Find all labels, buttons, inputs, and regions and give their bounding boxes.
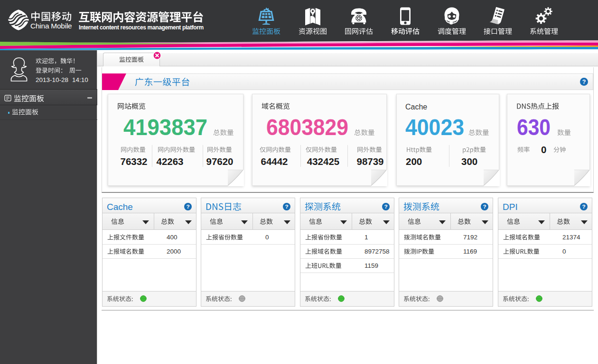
svg-text:2013-10-28: 2013-10-28 bbox=[36, 76, 68, 83]
svg-text:1159: 1159 bbox=[364, 262, 378, 269]
svg-text:2000: 2000 bbox=[167, 248, 181, 255]
svg-text:40023: 40023 bbox=[405, 114, 464, 140]
svg-text:14:10: 14:10 bbox=[72, 76, 88, 83]
svg-text:400: 400 bbox=[167, 234, 178, 241]
svg-text:Internet content resources man: Internet content resources management pl… bbox=[79, 24, 204, 31]
svg-text:8972758: 8972758 bbox=[364, 248, 390, 255]
svg-text:630: 630 bbox=[517, 114, 551, 140]
svg-text:?: ? bbox=[582, 78, 586, 85]
svg-text:0: 0 bbox=[562, 248, 566, 255]
svg-text:1169: 1169 bbox=[463, 248, 477, 255]
svg-text:DPI: DPI bbox=[503, 202, 518, 212]
svg-text:1: 1 bbox=[364, 234, 368, 241]
svg-text:200: 200 bbox=[406, 156, 422, 167]
svg-text:?: ? bbox=[384, 203, 387, 210]
svg-text:21374: 21374 bbox=[562, 234, 580, 241]
svg-text:6803829: 6803829 bbox=[266, 114, 348, 140]
svg-text:0: 0 bbox=[265, 234, 269, 241]
svg-text:4193837: 4193837 bbox=[123, 114, 207, 140]
svg-text:?: ? bbox=[483, 203, 486, 210]
svg-text:Cache: Cache bbox=[107, 202, 133, 212]
svg-text:98739: 98739 bbox=[356, 156, 383, 167]
svg-text:300: 300 bbox=[461, 156, 477, 167]
svg-text:China Mobile: China Mobile bbox=[30, 22, 72, 30]
svg-text:0: 0 bbox=[541, 144, 546, 155]
svg-text:7192: 7192 bbox=[463, 234, 477, 241]
